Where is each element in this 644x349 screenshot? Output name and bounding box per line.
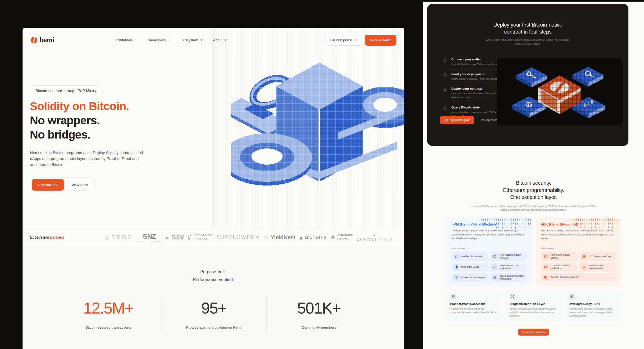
- badge-check-icon: [581, 254, 587, 259]
- shield-check-icon: [450, 294, 456, 300]
- pop-mining-badge: Bitcoin-secured through PoP Mining: [30, 85, 103, 96]
- hbk-chips: Native Bitcoin data access BTC balance t…: [541, 252, 616, 281]
- chip-financial-instruments: Bitcoin-backed financial instruments: [490, 273, 526, 282]
- database-icon: [543, 254, 548, 259]
- partner-logo-artichoke-capital: ♣ArtichokeCapital: [330, 233, 353, 241]
- partner-logo-yieldnest: ☼YieldNest: [264, 234, 295, 241]
- hvm-enables-label: hVM enables: [452, 247, 526, 250]
- chip-low-fee-defi: Low-fee Bitcoin DeFi: [452, 252, 488, 261]
- partner-logo-capital6-eagle: ◈CAPITAL6EAGLE: [357, 233, 393, 242]
- nav-item-institutions[interactable]: Institutions: [115, 38, 137, 42]
- partner-logo-sunflower: SUNFLOWER☀: [217, 234, 260, 241]
- hbk-title: hBK (Hemi Bitcoin Kit): [541, 222, 616, 226]
- stats-row: 12.5M+ Bitcoin-secured transactions 95+ …: [23, 297, 404, 331]
- divider: [541, 244, 616, 244]
- stat-transactions: 12.5M+ Bitcoin-secured transactions: [56, 297, 161, 331]
- frame-icon: [510, 294, 515, 300]
- open-quickstart-button[interactable]: Open Quickstart guide: [440, 116, 474, 124]
- artichoke-icon: ♣: [330, 234, 335, 241]
- architecture-subtitle: Hemi runs Solidity contracts while expos…: [467, 204, 601, 212]
- hero-title: Solidity on Bitcoin. No wrappers. No bri…: [30, 99, 129, 142]
- nav-item-ecosystem[interactable]: Ecosystem: [181, 38, 203, 42]
- partner-logo-alchemy: ▲alchemy: [299, 234, 326, 241]
- sun-icon: ☀: [256, 235, 260, 240]
- ecosystem-partners-strip: Ecosystem partners ◎TRGC SNZCONNECT TO E…: [23, 228, 404, 246]
- main-nav: Institutions Developers Ecosystem About: [115, 28, 227, 52]
- chip-onchain-data-proofs: Onchain Bitcoin data proofs: [541, 273, 616, 281]
- site-header: hemi Institutions Developers Ecosystem A…: [23, 28, 404, 52]
- chip-non-custodial: Non-custodial Bitcoin services: [490, 252, 526, 261]
- architecture-section: Bitcoin security. Ethereum programmabili…: [423, 179, 644, 336]
- swap-icon: [454, 254, 459, 259]
- chain-icon: [543, 264, 548, 270]
- nav-item-about[interactable]: About: [213, 38, 227, 42]
- hvm-title: hVM (Hemi Virtual Machine): [452, 222, 526, 226]
- network-icon: [454, 275, 459, 280]
- partner-logos: ◎TRGC SNZCONNECT TO EMPOWER ◣S5V Impossi…: [64, 232, 393, 242]
- hero-title-line2: No wrappers.: [30, 113, 129, 128]
- partner-logo-trgc: ◎TRGC: [105, 234, 133, 241]
- feature-cards-row: Proof-of-Proof Consensus Transactions an…: [447, 290, 621, 321]
- hero-title-accent-line: Solidity on Bitcoin.: [30, 99, 129, 113]
- hbk-enables-label: hBK enables: [541, 247, 616, 250]
- chip-multichain-daos: Multi-chain DAOs: [452, 263, 488, 271]
- vm-cards-row: hVM (Hemi Virtual Machine) The hVM wraps…: [447, 218, 621, 286]
- stats-section: Purpose-built. Performance-verified. 12.…: [23, 246, 404, 349]
- shield-icon: [492, 254, 497, 259]
- quickstart-subtitle: Write, deploy, and verify Solidity contr…: [482, 38, 574, 46]
- quickstart-card: Deploy your first Bitcoin-native contrac…: [427, 4, 628, 146]
- quickstart-title: Deploy your first Bitcoin-native contrac…: [427, 21, 628, 35]
- chevron-down-icon: [200, 39, 203, 41]
- hero-cta-group: Start building View docs: [30, 177, 96, 192]
- chevron-down-icon: [354, 39, 357, 41]
- hemi-logo[interactable]: hemi: [31, 36, 54, 44]
- quickstart-actions: Open Quickstart guide Developer tutorial…: [440, 116, 506, 124]
- isometric-tiles-illustration: [497, 58, 623, 125]
- chart-icon: [581, 264, 587, 270]
- ai-link-icon: [492, 264, 497, 270]
- feature-pop-consensus: Proof-of-Proof Consensus Transactions an…: [447, 290, 502, 321]
- architecture-title: Bitcoin security. Ethereum programmabili…: [423, 179, 644, 201]
- layers-icon: [569, 294, 575, 300]
- landing-hero-card: hemi Institutions Developers Ecosystem A…: [23, 28, 404, 246]
- header-actions: Launch portal Book a demo: [325, 35, 396, 46]
- dao-icon: [454, 264, 459, 270]
- hvm-chips: Low-fee Bitcoin DeFi Non-custodial Bitco…: [452, 252, 526, 282]
- chevron-down-icon: [224, 39, 227, 41]
- launch-portal-button[interactable]: Launch portal: [325, 35, 362, 46]
- stat-partners: 95+ Protocol partners building on Hemi: [161, 297, 266, 331]
- partners-label: Ecosystem partners: [30, 235, 64, 239]
- feature-developer-sdks: Developer-Ready SDKs Modular SDKs for wa…: [565, 290, 621, 321]
- trgc-ring-icon: ◎: [105, 234, 109, 241]
- hvm-card: hVM (Hemi Virtual Machine) The hVM wraps…: [447, 218, 532, 286]
- view-docs-button[interactable]: View docs: [66, 179, 94, 191]
- book-demo-button[interactable]: Book a demo: [365, 35, 396, 46]
- divider: [452, 244, 526, 244]
- bitcoin-icon: [543, 275, 548, 280]
- stats-heading: Purpose-built. Performance-verified.: [23, 246, 404, 283]
- partner-logo-impossible-finance: ImpossibleFinance: [188, 233, 213, 241]
- feature-yield-layer: Programmable Yield Layer Solidity contra…: [506, 290, 562, 321]
- hero-description: Hemi makes Bitcoin programmable. Deploy …: [30, 150, 151, 168]
- partner-logo-s5v: ◣S5V: [166, 234, 185, 241]
- impossible-finance-icon: [188, 235, 192, 239]
- partner-logo-snz: SNZCONNECT TO EMPOWER: [137, 232, 162, 242]
- alchemy-triangle-icon: ▲: [299, 235, 303, 240]
- hero-title-line3: No bridges.: [30, 128, 129, 142]
- start-building-button[interactable]: Start building: [32, 179, 64, 191]
- chip-native-data-access: Native Bitcoin data access: [541, 252, 577, 261]
- bitcoin-pixel-art-illustration: [231, 60, 404, 193]
- hbk-description: The hBK lets Solidity contracts read and…: [541, 229, 616, 240]
- chip-node-interoperability: Node-to-node interoperability: [579, 263, 616, 271]
- architecture-overview-button[interactable]: Architecture overview: [518, 329, 549, 336]
- chip-btc-balance-tracking: BTC balance tracking: [579, 252, 616, 261]
- right-panel: Deploy your first Bitcoin-native contrac…: [423, 2, 644, 349]
- diamond-icon: ◈: [373, 233, 376, 237]
- hemi-logo-text: hemi: [39, 36, 54, 44]
- stat-community: 501K+ Community members: [266, 297, 371, 331]
- snowflake-icon: ☼: [264, 234, 269, 240]
- hvm-description: The hVM wraps a Bitcoin node in an EVM-c…: [452, 229, 526, 240]
- nav-item-developers[interactable]: Developers: [148, 38, 170, 42]
- bank-icon: [492, 275, 497, 280]
- chip-utxo-verification: UTXO and header verification: [541, 263, 577, 271]
